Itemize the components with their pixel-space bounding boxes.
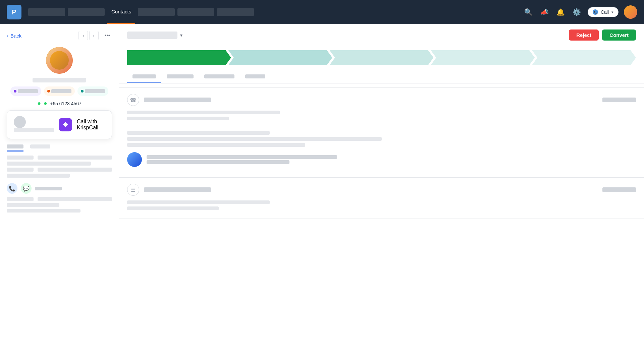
krispcall-contact-info <box>14 116 54 133</box>
sidebar-contact-icons: 📞 💬 <box>7 183 112 194</box>
sidebar-phone-blue-icon[interactable]: 📞 <box>7 183 17 194</box>
pipeline-step-1[interactable] <box>127 50 231 65</box>
member-name <box>147 155 337 159</box>
phone-content-row-1 <box>127 111 280 114</box>
tag-orange-dot <box>47 90 50 93</box>
nav-item-5[interactable] <box>177 8 214 16</box>
sidebar-field-val-2 <box>38 168 112 172</box>
sidebar-tab-1[interactable] <box>7 144 23 152</box>
sidebar-field-label-1 <box>7 156 34 160</box>
nav-items: Contacts <box>28 0 517 24</box>
breadcrumb-placeholder <box>127 32 177 39</box>
convert-button[interactable]: Convert <box>602 29 636 41</box>
content-area: ▾ Reject Convert <box>119 24 644 362</box>
pipeline-step-2[interactable] <box>228 50 332 65</box>
contact-phone-number[interactable]: +65 6123 4567 <box>50 101 82 106</box>
call-chevron-icon: ▾ <box>611 10 613 14</box>
tab-3[interactable] <box>199 70 240 83</box>
tab-2[interactable] <box>161 70 199 83</box>
call-button[interactable]: 📞 Call ▾ <box>588 7 619 17</box>
sidebar-row-2 <box>7 162 91 166</box>
more-options-button[interactable]: ••• <box>103 31 112 40</box>
nav-item-2[interactable] <box>68 8 105 16</box>
nav-item-contacts[interactable]: Contacts <box>107 0 135 24</box>
nav-item-1[interactable] <box>28 8 65 16</box>
section-notes-title <box>144 187 211 192</box>
section-notes-action[interactable] <box>602 187 636 192</box>
settings-icon[interactable]: ⚙️ <box>572 7 582 17</box>
sidebar-row-1 <box>7 156 112 160</box>
pipeline-step-3[interactable] <box>330 50 434 65</box>
tag-orange[interactable] <box>44 86 75 96</box>
section-notes-title-area: ☰ <box>127 184 211 196</box>
action-buttons: Reject Convert <box>569 29 636 41</box>
logo[interactable]: P <box>7 5 21 19</box>
nav-arrows: ‹ › <box>78 31 99 40</box>
member-row <box>127 152 636 167</box>
sidebar-tab-underline <box>7 150 23 152</box>
sidebar-field-val-3 <box>38 197 112 201</box>
phone-content-row-4 <box>127 137 382 141</box>
pipeline-bar <box>119 46 644 70</box>
krispcall-popup: ❋ Call with KrispCall <box>7 110 112 139</box>
phone-content-row-5 <box>127 143 305 147</box>
sidebar-navigation: ‹ Back ‹ › ••• <box>7 31 112 40</box>
user-avatar[interactable] <box>624 5 637 19</box>
section-phone-title-area: ☎ <box>127 94 211 106</box>
pipeline-step-4[interactable] <box>431 50 535 65</box>
nav-right-actions: 🔍 📣 🔔 ⚙️ 📞 Call ▾ <box>523 5 637 19</box>
tab-4[interactable] <box>240 70 271 83</box>
section-phone-action[interactable] <box>602 98 636 102</box>
sidebar-row-3 <box>7 168 112 172</box>
whatsapp-icon: ● <box>37 100 41 107</box>
top-navigation: P Contacts 🔍 📣 🔔 ⚙️ 📞 Call ▾ <box>0 0 644 24</box>
section-notes-content <box>127 200 636 210</box>
contact-name <box>33 78 86 82</box>
sidebar-tab-2[interactable] <box>30 144 50 152</box>
krispcall-label[interactable]: Call with KrispCall <box>77 119 105 131</box>
section-phone-content <box>127 111 636 147</box>
member-stats-grid <box>628 157 636 166</box>
tag-teal[interactable] <box>77 86 108 96</box>
notes-row-1 <box>127 200 270 204</box>
nav-item-6[interactable] <box>217 8 254 16</box>
sidebar-phone-green-icon[interactable]: 💬 <box>21 183 32 194</box>
back-label: Back <box>10 33 21 39</box>
nav-item-4[interactable] <box>138 8 175 16</box>
sidebar-row-7 <box>7 209 80 213</box>
next-contact-button[interactable]: › <box>89 31 99 40</box>
pipeline-steps <box>127 50 636 65</box>
member-info <box>147 154 623 165</box>
sidebar-field-label-2 <box>7 168 34 172</box>
reject-button[interactable]: Reject <box>569 29 599 41</box>
sidebar-details <box>7 156 112 178</box>
member-avatar <box>127 152 142 167</box>
tag-purple[interactable] <box>10 86 41 96</box>
contact-avatar <box>46 47 73 74</box>
tab-1[interactable] <box>127 70 161 83</box>
tag-orange-label <box>51 89 71 93</box>
notes-row-2 <box>127 206 219 210</box>
megaphone-icon[interactable]: 📣 <box>539 7 550 17</box>
sidebar-row-6 <box>7 203 59 207</box>
tag-teal-label <box>85 89 105 93</box>
tag-teal-dot <box>81 90 84 93</box>
section-phone-header: ☎ <box>127 94 636 106</box>
sidebar-phone-label <box>35 187 62 190</box>
krispcall-mini-avatar <box>14 116 26 128</box>
bell-icon[interactable]: 🔔 <box>555 7 566 17</box>
pipeline-step-5[interactable] <box>532 50 636 65</box>
back-button[interactable]: ‹ Back <box>7 33 21 39</box>
sidebar-tabs <box>7 144 112 152</box>
krispcall-name-placeholder <box>14 128 54 132</box>
prev-contact-button[interactable]: ‹ <box>78 31 88 40</box>
phone-icon: ● <box>44 100 47 107</box>
section-notes-card: ☰ <box>119 177 644 219</box>
back-chevron-icon: ‹ <box>7 33 8 39</box>
sidebar-extra-fields <box>7 197 112 213</box>
notes-section-icon: ☰ <box>127 184 139 196</box>
breadcrumb-chevron-icon[interactable]: ▾ <box>180 33 182 38</box>
content-inner: ▾ Reject Convert <box>119 24 644 362</box>
search-icon[interactable]: 🔍 <box>523 7 534 17</box>
contact-sidebar: ‹ Back ‹ › ••• <box>0 24 119 362</box>
